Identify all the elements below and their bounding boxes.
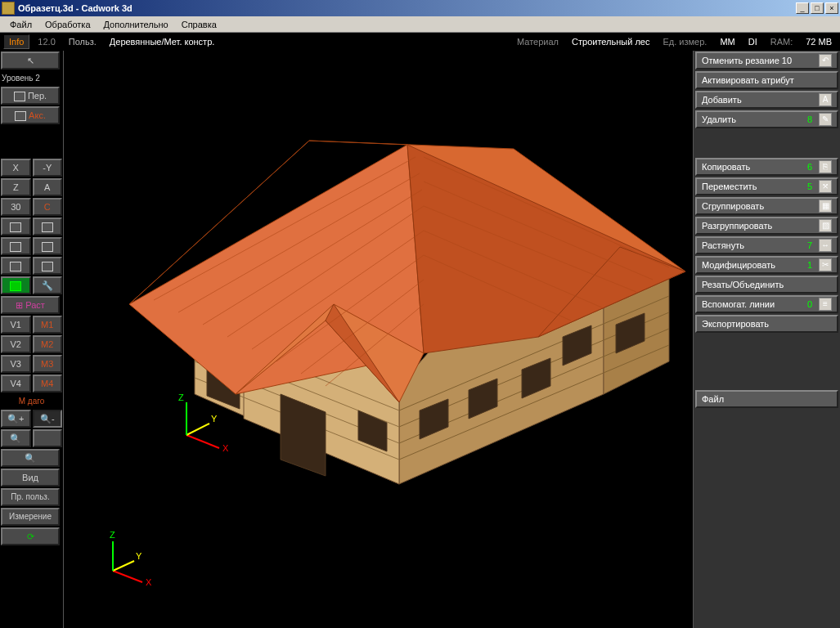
cmd-count: 8 <box>807 114 812 124</box>
version-label: 12.0 <box>33 35 60 48</box>
cmd-label: Копировать <box>702 162 807 172</box>
cmd-btn-7[interactable]: Сгруппировать▦ <box>695 197 838 215</box>
window-title: Образетц.3d - Cadwork 3d <box>18 3 794 13</box>
material-label: Материал <box>512 35 564 48</box>
cmd-btn-11[interactable]: Резать/Объединить <box>695 276 838 294</box>
cube-btn-5[interactable] <box>1 257 31 275</box>
pr-polz-button[interactable]: Пр. польз. <box>1 488 60 506</box>
axis-c-btn[interactable]: C <box>33 198 63 216</box>
material-value: Строительный лес <box>567 35 654 48</box>
menubar: Файл Обработка Дополнительно Справка <box>0 16 840 33</box>
menu-file[interactable]: Файл <box>3 18 38 31</box>
cmd-btn-16[interactable]: Файл <box>695 390 838 408</box>
modify-icon: ✂ <box>819 258 832 271</box>
rast-button[interactable]: ⊞ Раст <box>1 296 60 314</box>
zoom-in-btn[interactable]: 🔍+ <box>1 410 31 428</box>
text-a-icon: A <box>819 93 832 106</box>
green-cube-btn[interactable] <box>1 276 31 294</box>
acc-button[interactable]: Акс. <box>1 106 60 124</box>
house-model: X Y Z <box>97 83 702 558</box>
svg-text:X: X <box>222 443 229 453</box>
m2-btn[interactable]: M2 <box>33 335 63 353</box>
izmerenie-button[interactable]: Измерение <box>1 508 60 526</box>
cmd-btn-9[interactable]: Растянуть7↔ <box>695 236 838 254</box>
axis-30-btn[interactable]: 30 <box>1 198 31 216</box>
cmd-btn-3[interactable]: Удалить8✎ <box>695 110 838 128</box>
cube-btn-1[interactable] <box>1 218 31 236</box>
axis-z-btn[interactable]: Z <box>1 178 31 196</box>
svg-line-48 <box>113 561 134 571</box>
cmd-btn-10[interactable]: Модифицировать1✂ <box>695 256 838 274</box>
axis-a-btn[interactable]: A <box>33 178 63 196</box>
menu-processing[interactable]: Обработка <box>38 18 97 31</box>
di-label: DI <box>743 35 762 48</box>
cmd-btn-1[interactable]: Активировать атрибут <box>695 71 838 89</box>
info-button[interactable]: Info <box>3 34 29 49</box>
cmd-btn-0[interactable]: Отменить резание 10↶ <box>695 52 838 70</box>
refresh-btn[interactable]: ⟳ <box>1 527 60 545</box>
user-label: Польз. <box>64 35 101 48</box>
svg-line-46 <box>113 571 142 582</box>
menu-additional[interactable]: Дополнительно <box>97 18 175 31</box>
cmd-label: Сгруппировать <box>702 201 815 211</box>
cube-btn-3[interactable] <box>1 237 31 255</box>
svg-text:Y: Y <box>136 551 142 561</box>
vid-button[interactable]: Вид <box>1 469 60 487</box>
per-button[interactable]: Пер. <box>1 87 60 105</box>
cube-btn-6[interactable] <box>33 257 63 275</box>
cmd-btn-6[interactable]: Переместить5⤧ <box>695 177 838 195</box>
zoom-tool-btn[interactable]: 🔍 <box>1 429 31 447</box>
cmd-btn-2[interactable]: ДобавитьA <box>695 91 838 109</box>
zoom-out-btn[interactable]: 🔍- <box>33 410 63 428</box>
cmd-label: Растянуть <box>702 240 807 250</box>
unit-value: ММ <box>715 35 739 48</box>
copy-icon: ⎘ <box>819 160 832 173</box>
cmd-btn-13[interactable]: Экспортировать <box>695 315 838 333</box>
cmd-btn-5[interactable]: Копировать6⎘ <box>695 158 838 176</box>
m3-btn[interactable]: M3 <box>33 355 63 373</box>
cursor-arrow-btn[interactable]: ↖ <box>1 52 60 70</box>
wrench-btn[interactable]: 🔧 <box>33 276 63 294</box>
minimize-button[interactable]: _ <box>796 2 809 14</box>
cmd-label: Удалить <box>702 114 807 124</box>
empty-btn[interactable] <box>33 429 63 447</box>
brush-icon: ✎ <box>819 113 832 126</box>
cube-btn-4[interactable] <box>33 237 63 255</box>
cube-btn-2[interactable] <box>33 218 63 236</box>
cmd-label: Модифицировать <box>702 260 807 270</box>
zoom-center-btn[interactable]: 🔍 <box>1 449 60 467</box>
svg-text:Z: Z <box>110 530 115 540</box>
svg-line-40 <box>186 435 219 448</box>
viewport-3d[interactable]: X Y Z X Y Z <box>64 51 693 628</box>
unit-label: Ед. измер. <box>658 35 712 48</box>
m1-btn[interactable]: M1 <box>33 316 63 334</box>
app-icon <box>2 2 15 15</box>
maximize-button[interactable]: □ <box>811 2 824 14</box>
m4-btn[interactable]: M4 <box>33 375 63 392</box>
cmd-btn-8[interactable]: Разгруппировать▨ <box>695 217 838 235</box>
ram-value: 72 MB <box>801 35 837 48</box>
svg-text:Y: Y <box>211 414 218 424</box>
axis-x-btn[interactable]: X <box>1 159 31 177</box>
cube-icon <box>14 92 25 101</box>
cmd-label: Экспортировать <box>702 319 832 329</box>
axis-gizmo-world: X Y Z <box>97 530 162 595</box>
cmd-btn-12[interactable]: Вспомогат. линии0≡ <box>695 295 838 313</box>
v4-btn[interactable]: V4 <box>1 375 31 392</box>
right-command-panel: Отменить резание 10↶Активировать атрибут… <box>693 51 840 628</box>
stretch-icon: ↔ <box>819 239 832 252</box>
v2-btn[interactable]: V2 <box>1 335 31 353</box>
close-button[interactable]: × <box>825 2 838 14</box>
axis-neg-y-btn[interactable]: -Y <box>33 159 63 177</box>
menu-help[interactable]: Справка <box>175 18 223 31</box>
infobar: Info 12.0 Польз. Деревянные/Мет. констр.… <box>0 33 840 51</box>
v1-btn[interactable]: V1 <box>1 316 31 334</box>
svg-text:X: X <box>146 577 152 587</box>
svg-line-42 <box>186 424 209 435</box>
group-icon: ▦ <box>819 200 832 213</box>
cmd-label: Резать/Объединить <box>702 280 832 289</box>
cmd-label: Переместить <box>702 182 807 191</box>
v3-btn[interactable]: V3 <box>1 355 31 373</box>
material-type: Деревянные/Мет. констр. <box>105 35 220 48</box>
move-icon: ⤧ <box>819 180 832 193</box>
